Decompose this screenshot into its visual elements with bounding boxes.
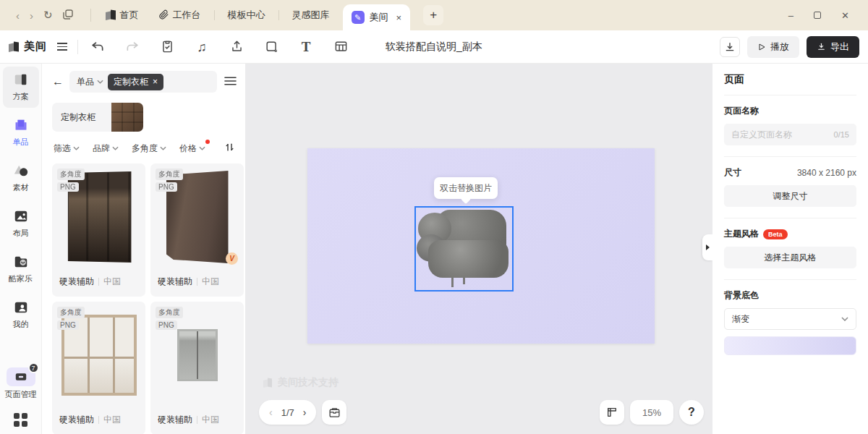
sort-icon[interactable] (224, 142, 235, 155)
nav-templates[interactable]: 模板中心 (221, 4, 273, 26)
gradient-swatch[interactable] (724, 336, 856, 355)
text-icon[interactable]: T (297, 38, 315, 56)
music-icon[interactable]: ♫ (192, 38, 211, 56)
filter-label: 多角度 (132, 142, 158, 155)
product-brand: 硬装辅助 (59, 276, 94, 288)
product-footer: 硬装辅助 中国 (52, 407, 145, 434)
search-box[interactable]: 单品 定制衣柜 × (69, 71, 217, 93)
theme-section: 主题风格 Beta 选择主题风格 (724, 218, 856, 280)
upload-icon[interactable] (227, 38, 246, 56)
forward-icon[interactable]: › (30, 9, 33, 22)
list-view-icon[interactable] (224, 76, 237, 88)
tag-close-icon[interactable]: × (153, 77, 158, 87)
canvas-page[interactable]: 双击替换图片 (307, 148, 655, 344)
rail-item-assets[interactable]: 素材 (3, 158, 39, 199)
filter-angle[interactable]: 多角度 (132, 142, 166, 155)
menu-separator (214, 10, 215, 20)
rail-label: 方案 (13, 91, 29, 102)
refresh-icon[interactable]: ↻ (43, 9, 53, 22)
watermark-logo-icon (263, 378, 273, 388)
apps-grid-button[interactable] (14, 413, 27, 427)
titlebar-menu: 首页 工作台 模板中心 灵感图库 ✎ 美间 × + (98, 0, 444, 30)
design-canvas[interactable]: 双击替换图片 美间技术支持 ‹ 1/7 › (246, 64, 712, 434)
rail-item-kujiale[interactable]: 酷家乐 (3, 249, 39, 290)
filter-price[interactable]: 价格 (179, 142, 205, 155)
vip-badge-icon: V (226, 252, 238, 265)
product-card[interactable]: 多角度 PNG 硬装辅助 中国 (52, 302, 145, 434)
checklist-icon[interactable] (158, 38, 176, 56)
filter-general[interactable]: 筛选 (54, 142, 80, 155)
download-button[interactable] (720, 37, 740, 57)
panel-collapse-handle[interactable] (702, 234, 712, 260)
page-pager: ‹ 1/7 › (259, 400, 316, 425)
product-footer: 硬装辅助 中国 (52, 269, 145, 297)
app-window: ‹ › ↻ 首页 工作台 模板中心 (0, 0, 868, 434)
product-card[interactable]: 多角度 PNG V 硬装辅助 中国 (150, 163, 244, 297)
duplicate-icon[interactable] (63, 9, 73, 22)
canvas-bottom-left: ‹ 1/7 › (259, 400, 346, 425)
badge-stack: 多角度 PNG (57, 307, 85, 330)
play-icon (757, 43, 766, 51)
chevron-down-icon (112, 146, 119, 150)
background-section: 背景底色 渐变 (724, 280, 856, 355)
page-name-input[interactable] (731, 129, 834, 140)
nav-home[interactable]: 首页 (98, 4, 146, 26)
table-icon[interactable] (331, 38, 350, 56)
resize-button[interactable]: 调整尺寸 (724, 185, 856, 207)
close-button[interactable]: ✕ (841, 10, 849, 21)
library-header: ← 单品 定制衣柜 × (42, 64, 245, 98)
background-mode-dropdown[interactable]: 渐变 (724, 308, 856, 330)
rail-item-products[interactable]: 单品 (3, 112, 39, 153)
back-icon[interactable]: ‹ (16, 9, 20, 22)
prev-page-icon[interactable]: ‹ (269, 407, 273, 418)
maximize-button[interactable] (814, 10, 821, 21)
rail-label: 我的 (13, 319, 29, 330)
brand[interactable]: 美间 (9, 40, 67, 54)
rail-item-layout[interactable]: 布局 (3, 203, 39, 244)
meijian-logo-icon (106, 10, 116, 20)
help-button[interactable]: ? (679, 400, 704, 425)
ruler-button[interactable] (600, 400, 624, 425)
tab-meijian[interactable]: ✎ 美间 × (343, 4, 411, 30)
pen-icon: ✎ (352, 11, 365, 24)
zoom-level-control[interactable]: 15% (630, 400, 673, 425)
nav-workspace[interactable]: 工作台 (152, 4, 208, 26)
rail-item-mine[interactable]: 我的 (3, 294, 39, 336)
rail-item-plans[interactable]: 方案 (3, 67, 39, 108)
redo-icon[interactable] (123, 38, 142, 56)
zoom-level-value: 15% (642, 407, 661, 418)
tab-close-icon[interactable]: × (396, 12, 402, 23)
nav-inspiration-label: 灵感图库 (292, 9, 330, 22)
page-manager-button[interactable]: 7 (7, 367, 35, 386)
chevron-down-icon (160, 146, 166, 150)
chevron-down-icon (73, 146, 80, 150)
rail-label: 布局 (13, 228, 29, 239)
category-dropdown[interactable]: 单品 (77, 76, 103, 88)
menu-icon[interactable] (57, 43, 67, 51)
tool-icons: ♫ T (88, 38, 350, 56)
undo-icon[interactable] (88, 38, 107, 56)
user-icon (13, 299, 29, 315)
filter-tag[interactable]: 定制衣柜 × (108, 74, 163, 90)
back-icon[interactable]: ← (52, 75, 64, 88)
collection-card[interactable]: 定制衣柜 (52, 103, 143, 132)
filter-brand[interactable]: 品牌 (93, 142, 119, 155)
archive-button[interactable] (322, 400, 346, 425)
product-card[interactable]: 多角度 PNG 硬装辅助 中国 (150, 302, 244, 434)
nav-inspiration[interactable]: 灵感图库 (285, 4, 337, 26)
rail-label: 单品 (13, 137, 29, 148)
selected-image-element[interactable] (414, 206, 514, 292)
format-badge: PNG (57, 182, 79, 192)
next-page-icon[interactable]: › (303, 407, 307, 418)
minimize-button[interactable]: – (788, 10, 793, 21)
page-name-label: 页面名称 (724, 105, 856, 117)
export-button[interactable]: 导出 (807, 36, 859, 58)
page-name-input-wrap: 0/15 (724, 124, 856, 145)
triangle-right-icon (706, 244, 710, 250)
choose-theme-button[interactable]: 选择主题风格 (724, 247, 856, 268)
play-button[interactable]: 播放 (747, 36, 799, 58)
shape-icon[interactable] (262, 38, 281, 56)
product-card[interactable]: 多角度 PNG 硬装辅助 中国 (52, 163, 145, 297)
new-tab-button[interactable]: + (423, 5, 443, 25)
product-image (177, 329, 218, 381)
